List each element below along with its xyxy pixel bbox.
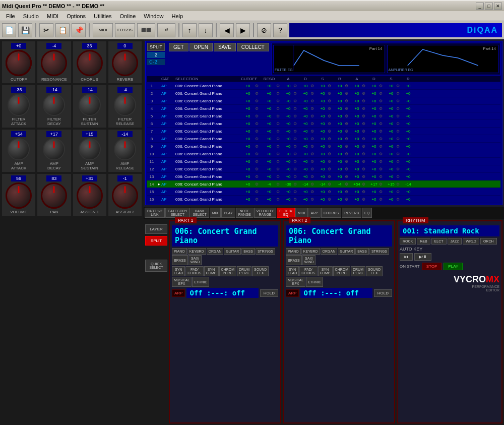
p2-cat-piano[interactable]: PIANO <box>286 248 301 255</box>
p2-cat-strings[interactable]: STRINGS <box>369 248 389 255</box>
chorus-knob[interactable] <box>77 50 103 76</box>
mixer-row[interactable]: 13 AP 006: Concert Grand Piano +0 ⚙ +0 ⚙… <box>147 173 500 180</box>
save-toolbar-button[interactable]: 💾 <box>18 23 32 37</box>
rhythm-rnb[interactable]: R&B <box>417 238 430 245</box>
filter-attack-knob[interactable] <box>8 94 30 116</box>
open-button[interactable]: OPEN <box>190 43 213 51</box>
sysex-button[interactable]: FO123S <box>115 23 135 37</box>
tab-arp[interactable]: ARP <box>308 208 321 218</box>
filter-release-knob[interactable] <box>114 94 136 116</box>
send-button[interactable]: ↑ <box>182 23 197 37</box>
tab-note-range[interactable]: NOTERANGE <box>236 208 254 218</box>
mixer-row[interactable]: 14 ● AP 006: Concert Grand Piano +0 ⚙ -4… <box>147 180 500 188</box>
reverb-knob[interactable] <box>112 50 138 76</box>
p2-chrom[interactable]: CHROMPERC <box>333 266 350 276</box>
rhythm-rock[interactable]: ROCK <box>400 238 416 245</box>
cat-syn-lead[interactable]: SYNLEAD <box>172 266 185 276</box>
cat-guitar[interactable]: GUITAR <box>224 248 241 255</box>
menu-help[interactable]: Help <box>167 13 187 19</box>
menu-online[interactable]: Online <box>116 13 140 19</box>
collect-button[interactable]: COLLECT <box>237 43 269 51</box>
p2-drum[interactable]: DRUMPERC <box>351 266 365 276</box>
mixer-row[interactable]: 3 AP 006: Concert Grand Piano +0 ⚙ +0 ⚙ … <box>147 97 500 105</box>
tab-category-select[interactable]: CATEGORYSELECT <box>165 208 190 218</box>
tab-play[interactable]: PLAY <box>221 208 235 218</box>
mixer-row[interactable]: 12 AP 006: Concert Grand Piano +0 ⚙ +0 ⚙… <box>147 165 500 173</box>
tab-reverb[interactable]: REVERB <box>342 208 361 218</box>
p2-pad[interactable]: PAD/CHOIRS <box>299 266 317 276</box>
rhythm-orch[interactable]: ORCH <box>480 238 497 245</box>
mixer-row[interactable]: 15 AP 006: Concert Grand Piano +0 ⚙ +0 ⚙… <box>147 188 500 196</box>
mixer-row[interactable]: 8 AP 006: Concert Grand Piano +0 ⚙ +0 ⚙ … <box>147 135 500 143</box>
rhythm-play-pause[interactable]: ▶/⏸ <box>414 253 431 261</box>
save-button[interactable]: SAVE <box>214 43 236 51</box>
menu-options[interactable]: Options <box>62 13 90 19</box>
cut-button[interactable]: ✂ <box>39 23 53 37</box>
new-button[interactable]: 📄 <box>2 23 16 37</box>
cat-ethnic[interactable]: ETHNIC <box>192 277 209 287</box>
get-button[interactable]: GET <box>169 43 188 51</box>
cat-chrom-perc[interactable]: CHROMPERC <box>219 266 236 276</box>
cat-drum-perc[interactable]: DRUMPERC <box>237 266 251 276</box>
stop-button[interactable]: STOP <box>422 263 442 270</box>
mixer-row[interactable]: 9 AP 006: Concert Grand Piano +0 ⚙ +0 ⚙ … <box>147 143 500 150</box>
menu-window[interactable]: Window <box>140 13 167 19</box>
tab-midi[interactable]: MIDI <box>295 208 308 218</box>
p2-syn-comp[interactable]: SYNCOMP <box>318 266 333 276</box>
minimize-button[interactable]: _ <box>476 3 484 10</box>
mixer-row[interactable]: 4 AP 006: Concert Grand Piano +0 ⚙ +0 ⚙ … <box>147 105 500 112</box>
cat-piano[interactable]: PIANO <box>172 248 187 255</box>
tab-chorus[interactable]: CHORUS <box>321 208 341 218</box>
tab-filter-eq[interactable]: FILTER/EQ <box>277 208 295 218</box>
menu-file[interactable]: File <box>2 13 19 19</box>
tab-bank-select[interactable]: BANKSELECT <box>191 208 209 218</box>
copy-button[interactable]: 📋 <box>55 23 70 37</box>
mixer-row[interactable]: 6 AP 006: Concert Grand Piano +0 ⚙ +0 ⚙ … <box>147 120 500 128</box>
paste-button[interactable]: 📌 <box>72 23 86 37</box>
p2-cat-brass[interactable]: BRASS <box>286 255 302 265</box>
rhythm-wrld[interactable]: WRLD <box>463 238 479 245</box>
cat-musical-efx[interactable]: MUSICALEFX <box>172 277 192 287</box>
mixer-row[interactable]: 16 AP 006: Concert Grand Piano +0 ⚙ +0 ⚙… <box>147 196 500 203</box>
back-button[interactable]: ◀ <box>220 23 234 37</box>
loop-button[interactable]: ↺ <box>157 23 175 37</box>
mixer-row[interactable]: 7 AP 006: Concert Grand Piano +0 ⚙ +0 ⚙ … <box>147 128 500 135</box>
cat-strings[interactable]: STRINGS <box>256 248 275 255</box>
p2-musical-efx[interactable]: MUSICALEFX <box>286 277 305 287</box>
forward-button[interactable]: ▶ <box>236 23 250 37</box>
volume-knob[interactable] <box>6 183 32 209</box>
split-button[interactable]: SPLIT <box>145 236 167 246</box>
midi-button[interactable]: MIDI <box>93 23 113 37</box>
layer-button[interactable]: LAYER <box>145 224 167 234</box>
p2-cat-guitar[interactable]: GUITAR <box>338 248 355 255</box>
tab-eq[interactable]: EQ <box>362 208 372 218</box>
rhythm-jazz[interactable]: JAZZ <box>448 238 462 245</box>
resonance-knob[interactable] <box>41 50 67 76</box>
tab-part-link[interactable]: PART 1-2LINK <box>145 208 165 218</box>
close-button[interactable]: ✕ <box>494 3 502 10</box>
amp-attack-knob[interactable] <box>8 138 30 160</box>
part1-hold-button[interactable]: HOLD <box>260 289 278 297</box>
assign2-knob[interactable] <box>112 183 138 209</box>
cat-pad-choirs[interactable]: PAD/CHOIRS <box>185 266 203 276</box>
pan-knob[interactable] <box>41 183 67 209</box>
quick-select-button[interactable]: QUICKSELECT <box>145 260 167 272</box>
menu-studio[interactable]: Studio <box>19 13 43 19</box>
mixer-row[interactable]: 11 AP 006: Concert Grand Piano +0 ⚙ +0 ⚙… <box>147 158 500 165</box>
amp-decay-knob[interactable] <box>43 138 65 160</box>
cutoff-knob[interactable] <box>6 50 32 76</box>
filter-decay-knob[interactable] <box>43 94 65 116</box>
rhythm-rewind[interactable]: ⏮ <box>400 253 413 261</box>
cat-organ[interactable]: ORGAN <box>207 248 224 255</box>
p2-cat-organ[interactable]: ORGAN <box>321 248 338 255</box>
cat-bass[interactable]: BASS <box>241 248 255 255</box>
p2-cat-keybrd[interactable]: KEYBRD <box>301 248 320 255</box>
amp-sustain-knob[interactable] <box>79 138 101 160</box>
cat-sound-efx[interactable]: SOUNDEFX <box>252 266 269 276</box>
assign1-knob[interactable] <box>77 183 103 209</box>
maximize-button[interactable]: □ <box>485 3 493 10</box>
mixer-row[interactable]: 2 AP 006: Concert Grand Piano +0 ⚙ +0 ⚙ … <box>147 90 500 97</box>
menu-utilities[interactable]: Utilities <box>90 13 115 19</box>
p2-syn-lead[interactable]: SYNLEAD <box>286 266 299 276</box>
cat-syn-comp[interactable]: SYNCOMP <box>204 266 219 276</box>
